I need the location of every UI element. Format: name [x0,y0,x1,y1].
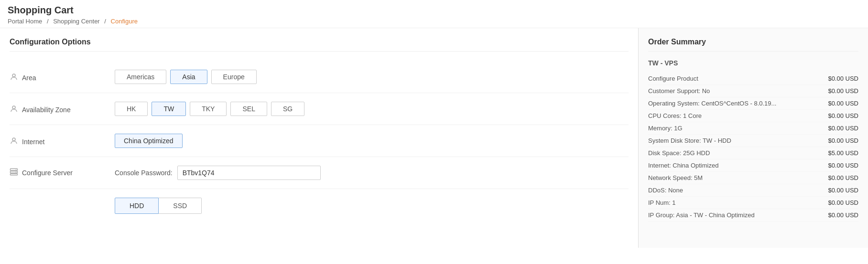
availability-zone-label: Availability Zone [10,102,115,115]
main-layout: Configuration Options Area Americas Asia… [0,28,868,248]
order-item: Customer Support: No$0.00 USD [648,85,858,97]
area-icon [10,73,18,83]
page-header: Shopping Cart Portal Home / Shopping Cen… [0,0,868,28]
order-item-price: $5.00 USD [823,149,858,157]
breadcrumb: Portal Home / Shopping Center / Configur… [8,18,860,25]
breadcrumb-home[interactable]: Portal Home [8,18,42,25]
order-item-price: $0.00 USD [823,125,858,132]
order-item-label: System Disk Store: TW - HDD [648,137,823,144]
order-item-label: IP Num: 1 [648,199,823,206]
order-item-label: Configure Product [648,75,823,82]
area-option-europe[interactable]: Europe [211,70,257,84]
disk-hdd[interactable]: HDD [115,198,159,214]
order-item-price: $0.00 USD [823,199,858,206]
order-item-label: Network Speed: 5M [648,174,823,181]
breadcrumb-center[interactable]: Shopping Center [53,18,100,25]
disk-options: HDD SSD [115,198,202,214]
order-item-price: $0.00 USD [823,162,858,169]
order-product: TW - VPS [648,59,858,67]
order-item: DDoS: None$0.00 USD [648,184,858,197]
server-icon [10,168,18,178]
order-item-label: Operating System: CentOS^CentOS - 8.0.19… [648,100,823,107]
config-panel: Configuration Options Area Americas Asia… [0,28,639,248]
internet-label: Internet [10,134,115,147]
password-label: Console Password: [115,169,173,177]
zone-hk[interactable]: HK [115,102,148,116]
breadcrumb-sep1: / [47,18,49,25]
breadcrumb-current: Configure [111,18,138,25]
svg-point-2 [12,138,15,141]
order-item: Operating System: CentOS^CentOS - 8.0.19… [648,97,858,110]
order-item-label: DDoS: None [648,187,823,194]
order-item-label: Memory: 1G [648,125,823,132]
disk-row: HDD SSD [10,189,629,222]
order-item-price: $0.00 USD [823,87,858,95]
availability-zone-row: Availability Zone HK TW TKY SEL SG [10,93,629,125]
server-label: Configure Server [10,168,115,178]
order-item: Configure Product$0.00 USD [648,73,858,85]
svg-point-0 [12,74,15,77]
zone-sg[interactable]: SG [271,102,304,116]
svg-point-1 [12,106,15,109]
order-item: Disk Space: 25G HDD$5.00 USD [648,147,858,159]
order-panel: Order Summary TW - VPS Configure Product… [639,28,868,248]
area-label: Area [10,70,115,83]
order-summary-title: Order Summary [648,38,858,52]
order-item: IP Num: 1$0.00 USD [648,197,858,209]
order-item-label: Internet: China Optimized [648,162,823,169]
order-item-label: IP Group: Asia - TW - China Optimized [648,211,823,219]
server-options: Console Password: [115,166,321,180]
zone-tky[interactable]: TKY [190,102,227,116]
order-item-price: $0.00 USD [823,112,858,119]
internet-icon [10,137,18,147]
order-item: Network Speed: 5M$0.00 USD [648,172,858,184]
area-options: Americas Asia Europe [115,70,257,84]
order-items: Configure Product$0.00 USDCustomer Suppo… [648,73,858,222]
page-title: Shopping Cart [8,5,860,16]
internet-row: Internet China Optimized [10,125,629,157]
order-item-price: $0.00 USD [823,100,858,107]
area-row: Area Americas Asia Europe [10,61,629,93]
svg-rect-5 [11,174,18,175]
configure-server-row: Configure Server Console Password: [10,157,629,189]
order-item-price: $0.00 USD [823,211,858,219]
config-section-title: Configuration Options [10,38,629,52]
disk-ssd[interactable]: SSD [159,198,202,214]
order-item-label: CPU Cores: 1 Core [648,112,823,119]
zone-options: HK TW TKY SEL SG [115,102,304,116]
order-item-price: $0.00 USD [823,75,858,82]
zone-sel[interactable]: SEL [230,102,267,116]
order-item: IP Group: Asia - TW - China Optimized$0.… [648,209,858,222]
zone-icon [10,105,18,115]
svg-point-6 [16,169,17,170]
zone-tw[interactable]: TW [152,102,186,116]
order-item: Internet: China Optimized$0.00 USD [648,159,858,172]
password-input[interactable] [177,166,321,180]
order-item-label: Disk Space: 25G HDD [648,149,823,157]
internet-china-optimized[interactable]: China Optimized [115,134,183,148]
area-option-asia[interactable]: Asia [170,70,207,84]
order-item-price: $0.00 USD [823,187,858,194]
order-item-label: Customer Support: No [648,87,823,95]
order-item-price: $0.00 USD [823,137,858,144]
order-item: System Disk Store: TW - HDD$0.00 USD [648,135,858,147]
area-option-americas[interactable]: Americas [115,70,166,84]
internet-options: China Optimized [115,134,183,148]
order-item-price: $0.00 USD [823,174,858,181]
svg-point-7 [16,172,17,173]
breadcrumb-sep2: / [104,18,106,25]
order-item: CPU Cores: 1 Core$0.00 USD [648,110,858,122]
order-item: Memory: 1G$0.00 USD [648,122,858,135]
